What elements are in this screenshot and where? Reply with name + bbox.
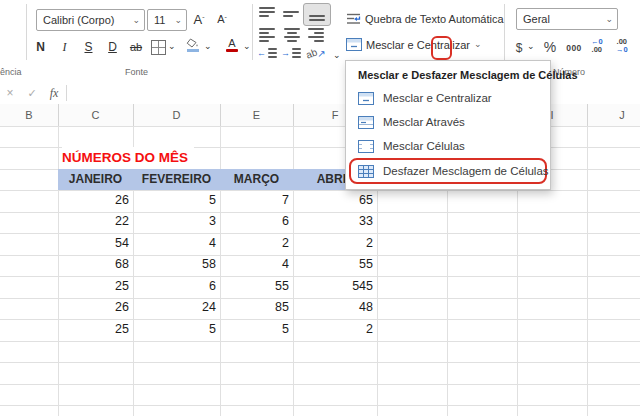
- wrap-text-button[interactable]: Quebra de Texto Automática: [346, 12, 504, 25]
- cell[interactable]: 68: [58, 254, 133, 275]
- cell[interactable]: 22: [58, 211, 133, 232]
- cell[interactable]: 3: [133, 211, 220, 232]
- menu-item-merge-cells[interactable]: Mesclar Células: [346, 134, 550, 158]
- align-left-button[interactable]: [259, 28, 276, 41]
- strikethrough-label: ab: [130, 41, 142, 53]
- cell[interactable]: 58: [133, 254, 220, 275]
- thousands-label: 000: [566, 43, 582, 53]
- font-group-label: Fonte: [125, 67, 148, 77]
- cell[interactable]: 48: [293, 297, 377, 318]
- orientation-dropdown[interactable]: ⌄: [333, 51, 341, 60]
- column-header-D[interactable]: D: [133, 104, 220, 126]
- cell[interactable]: 25: [58, 276, 133, 297]
- column-header-E[interactable]: E: [220, 104, 293, 126]
- cell[interactable]: 4: [133, 233, 220, 254]
- strikethrough-button[interactable]: ab: [127, 37, 145, 57]
- currency-label: $: [516, 41, 523, 55]
- month-header-cell[interactable]: FEVEREIRO: [133, 169, 220, 190]
- double-underline-button[interactable]: D: [105, 37, 120, 57]
- decrease-decimal-icon: .00 →0: [616, 38, 628, 54]
- cell[interactable]: 26: [58, 297, 133, 318]
- cancel-icon[interactable]: ×: [2, 82, 18, 104]
- decrease-indent-button[interactable]: ←: [257, 48, 277, 58]
- menu-item-label: Mesclar e Centralizar: [383, 92, 492, 104]
- underline-button[interactable]: S: [81, 37, 96, 57]
- font-color-icon: A: [226, 38, 238, 52]
- accounting-format-dropdown[interactable]: ⌄: [527, 42, 535, 51]
- align-left-icon: [259, 28, 276, 41]
- cell[interactable]: 6: [133, 276, 220, 297]
- fill-color-dropdown[interactable]: ⌄: [204, 42, 212, 51]
- decrease-decimal-button[interactable]: .00 →0: [616, 38, 628, 54]
- bold-button[interactable]: N: [33, 37, 48, 57]
- merge-center-dropdown[interactable]: ⌄: [474, 40, 482, 49]
- cell[interactable]: 5: [133, 190, 220, 211]
- cell[interactable]: 6: [220, 211, 293, 232]
- column-header-J[interactable]: J: [587, 104, 640, 126]
- number-format-combo[interactable]: Geral ⌄: [516, 8, 618, 30]
- cell[interactable]: 55: [220, 276, 293, 297]
- cell[interactable]: 33: [293, 211, 377, 232]
- align-bottom-button[interactable]: [303, 3, 331, 26]
- percent-style-button[interactable]: %: [542, 37, 558, 57]
- font-color-button[interactable]: A: [226, 38, 238, 52]
- align-middle-button[interactable]: [283, 7, 300, 20]
- cell[interactable]: 2: [220, 233, 293, 254]
- cell[interactable]: 24: [133, 297, 220, 318]
- enter-icon[interactable]: ✓: [24, 82, 40, 104]
- cell[interactable]: 65: [293, 190, 377, 211]
- comma-style-button[interactable]: 000: [564, 38, 584, 58]
- group-divider: [504, 4, 505, 60]
- align-top-button[interactable]: [259, 7, 276, 20]
- merge-center-button[interactable]: Mesclar e Centralizar ⌄: [346, 38, 481, 51]
- cell[interactable]: 25: [58, 319, 133, 340]
- menu-title: Mesclar e Desfazer Mesclagem de Células: [346, 61, 550, 86]
- cell[interactable]: 85: [220, 297, 293, 318]
- cell[interactable]: 545: [293, 276, 377, 297]
- cell[interactable]: 26: [58, 190, 133, 211]
- font-color-dropdown[interactable]: ⌄: [243, 42, 251, 51]
- fill-color-button[interactable]: [186, 38, 199, 52]
- orientation-button[interactable]: ab ↗: [306, 48, 326, 59]
- column-header-B[interactable]: B: [0, 104, 58, 126]
- shrink-font-button[interactable]: Aˇ: [212, 9, 232, 29]
- arrow-up-right-icon: ↗: [317, 48, 325, 59]
- cell[interactable]: 54: [58, 233, 133, 254]
- merge-center-label: Mesclar e Centralizar: [366, 39, 470, 51]
- cell[interactable]: 5: [220, 319, 293, 340]
- cell[interactable]: 2: [293, 233, 377, 254]
- align-top-icon: [259, 7, 276, 20]
- chevron-down-icon[interactable]: ⌄: [170, 16, 186, 25]
- cell[interactable]: 4: [220, 254, 293, 275]
- cell[interactable]: 2: [293, 319, 377, 340]
- month-header-cell[interactable]: MARÇO: [220, 169, 293, 190]
- increase-indent-button[interactable]: →: [281, 48, 301, 58]
- align-center-button[interactable]: [283, 28, 300, 41]
- insert-function-icon[interactable]: fx: [46, 82, 62, 104]
- align-right-button[interactable]: [307, 28, 324, 41]
- increase-decimal-icon: ←0 .00: [591, 38, 603, 54]
- menu-item-merge-center[interactable]: Mesclar e Centralizar: [346, 86, 550, 110]
- grow-font-button[interactable]: Aˆ: [189, 9, 209, 29]
- menu-item-merge-across[interactable]: Mesclar Através: [346, 110, 550, 134]
- font-size-value: 11: [148, 14, 170, 26]
- cell[interactable]: 5: [133, 319, 220, 340]
- borders-button[interactable]: [151, 40, 166, 55]
- cell[interactable]: 55: [293, 254, 377, 275]
- menu-item-unmerge-cells[interactable]: Desfazer Mesclagem de Células: [349, 158, 547, 184]
- increase-decimal-button[interactable]: ←0 .00: [591, 38, 603, 54]
- accounting-format-button[interactable]: $: [513, 38, 525, 58]
- italic-button[interactable]: I: [57, 37, 72, 57]
- font-size-combo[interactable]: 11 ⌄: [147, 9, 187, 31]
- chevron-down-icon[interactable]: ⌄: [601, 15, 617, 24]
- cell[interactable]: 7: [220, 190, 293, 211]
- month-header-cell[interactable]: JANEIRO: [58, 169, 133, 190]
- wrap-text-icon: [346, 12, 361, 25]
- font-name-combo[interactable]: Calibri (Corpo) ⌄: [36, 9, 145, 31]
- column-header-C[interactable]: C: [58, 104, 133, 126]
- borders-dropdown[interactable]: ⌄: [168, 42, 176, 51]
- font-name-value: Calibri (Corpo): [37, 14, 128, 26]
- sheet-title[interactable]: NÚMEROS DO MÊS: [62, 147, 194, 169]
- chevron-down-icon[interactable]: ⌄: [128, 16, 144, 25]
- clipboard-group-label: ência: [0, 67, 22, 77]
